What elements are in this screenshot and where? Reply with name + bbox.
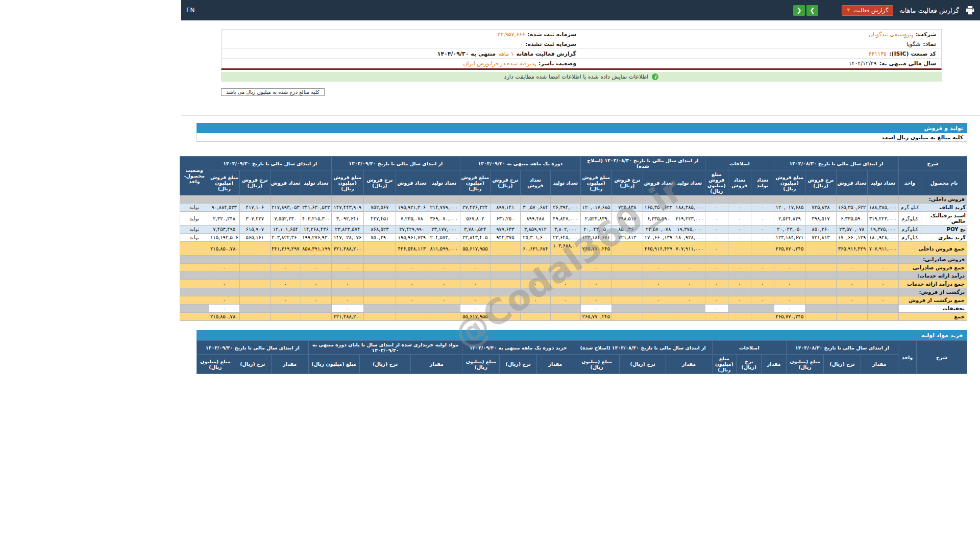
table-cell: ۰	[580, 305, 611, 313]
table-cell	[705, 272, 728, 280]
column-header: نرخ فروش (ریال)	[490, 170, 520, 195]
column-header: تعداد فروش	[520, 170, 550, 195]
table-cell: ۰	[751, 280, 774, 288]
table-cell: ۷۰۷,۹۱۱,۰۰۰	[867, 242, 898, 256]
table-cell: ۱۹,۳۷۵,۰۰۰	[867, 226, 898, 234]
top-bar: گزارش فعالیت ماهانه گزارش فعالیت ▼ ❯ ❮ E…	[181, 0, 980, 20]
table-cell: ۰	[774, 296, 805, 305]
table-cell	[363, 264, 396, 272]
column-header: واحد	[898, 341, 916, 374]
column-header: مبلغ فروش (میلیون ریال)	[209, 170, 239, 195]
table-cell: ۸۵۰,۳۶۰	[805, 226, 836, 234]
info-text: شرکت:	[916, 31, 936, 38]
table-cell: ۰	[460, 296, 490, 305]
table-cell: ۴۰۳,۲۱۵,۳۰۰	[301, 212, 331, 226]
table-cell	[209, 195, 239, 204]
table-cell	[705, 288, 728, 296]
language-toggle[interactable]: EN	[186, 7, 195, 14]
table-cell: ۱۷۰,۶۶۰,۱۳۹	[643, 234, 674, 242]
table-cell: ۹۷۹,۶۳۳	[490, 226, 520, 234]
table-cell	[180, 242, 209, 256]
table-cell	[550, 256, 580, 264]
table-cell: ۱۴۷,۴۴۳,۹۰۹	[331, 204, 363, 212]
table-cell	[180, 296, 209, 305]
table-cell	[490, 313, 520, 321]
table-cell	[460, 195, 490, 204]
info-text: پذیرفته شده در فرابورس ایران	[463, 60, 536, 67]
table-cell	[428, 305, 460, 313]
table-cell: ۲۳,۵۷۰,۰۷۸	[643, 226, 674, 234]
column-header: مبلغ (میلیون ریال)	[462, 355, 500, 374]
report-icon[interactable]	[965, 6, 975, 15]
table-cell: ۸۵۰,۳۶۰	[611, 226, 643, 234]
table-cell	[611, 296, 643, 305]
info-text: ۱ ماهه	[498, 51, 513, 57]
table-cell: ۱۲۰,۰۱۷,۶۸۵	[774, 204, 805, 212]
table-cell: ۰	[728, 296, 751, 305]
table-cell: ۱۲۳,۱۸۴,۶۷۱	[580, 234, 611, 242]
table-cell: ۰	[751, 212, 774, 226]
table-cell	[580, 272, 611, 280]
table-cell: ۰	[209, 296, 239, 305]
column-header: مقدار	[537, 355, 574, 374]
table-cell: ۰	[867, 280, 898, 288]
table-cell: ۰	[520, 296, 550, 305]
table-cell: ۱۸۸,۳۸۵,۰۰۰	[867, 204, 898, 212]
table-cell	[774, 195, 805, 204]
table-cell: ۰	[705, 313, 728, 321]
table-cell	[805, 280, 836, 288]
column-header: نرخ (ریال)	[234, 355, 271, 374]
table-cell	[674, 313, 705, 321]
table-cell: ۰	[674, 280, 705, 288]
column-header: از ابتدای سال مالی تا تاریخ ۱۴۰۴/۰۸/۳۰ (…	[574, 341, 712, 355]
table-cell	[180, 313, 209, 321]
table-cell	[396, 313, 428, 321]
column-header: تعداد فروش	[643, 170, 674, 195]
table-cell: ۳۰۷,۲۲۷	[239, 212, 270, 226]
table-cell: ۲۰۴,۵۷۳,۰۰۰	[428, 234, 460, 242]
table-cell: ۰	[751, 226, 774, 234]
column-header: نرخ (ریال)	[620, 355, 666, 374]
table-cell: ۰	[520, 280, 550, 288]
table-cell: ۰	[728, 212, 751, 226]
table-cell: ۰	[836, 280, 867, 288]
column-header: تعداد فروش	[728, 170, 751, 195]
table-cell	[550, 313, 580, 321]
report-type-button[interactable]: گزارش فعالیت ▼	[842, 5, 893, 16]
table-cell	[805, 288, 836, 296]
table-cell: ۰	[836, 296, 867, 305]
previous-period-button[interactable]: ❮	[793, 5, 805, 16]
table-cell	[751, 242, 774, 256]
table-cell	[580, 256, 611, 264]
table-cell: ۰	[705, 204, 728, 212]
table-cell	[301, 313, 331, 321]
table-cell: ۰	[728, 280, 751, 288]
table-cell: ۰	[728, 264, 751, 272]
column-header: مبلغ فروش (میلیون ریال)	[774, 170, 805, 195]
table-cell	[301, 305, 331, 313]
table-row: فروش داخلی:	[180, 195, 967, 204]
table-cell: ۵۶۷,۸۰۲	[460, 212, 490, 226]
next-period-button[interactable]: ❯	[806, 5, 818, 16]
table-cell	[239, 305, 270, 313]
info-row: سال مالی منتهی به:۱۴۰۴/۱۲/۲۹وضعیت ناشر:پ…	[222, 59, 941, 68]
info-left-cell: گزارش فعالیت ماهانه۱ ماههمنتهی به ۱۴۰۴/۰…	[222, 50, 581, 58]
table-cell: ۰	[705, 234, 728, 242]
table-cell	[396, 305, 428, 313]
table-cell	[643, 305, 674, 313]
table-cell	[774, 272, 805, 280]
table-cell: ۱۴۷,۰۲۸,۰۷۶	[331, 234, 363, 242]
table-cell: ۲۱۵,۸۵۰,۷۸۰	[209, 242, 239, 256]
table-cell: ۹۰,۸۸۴,۵۳۳	[209, 204, 239, 212]
table-cell	[867, 195, 898, 204]
table-cell	[728, 288, 751, 296]
table-cell: ۲۵,۳۰۱,۶۰۰	[520, 234, 550, 242]
column-header: تعداد فروش	[396, 170, 428, 195]
table-cell	[728, 305, 751, 313]
table-cell	[270, 256, 301, 264]
printer-icon	[965, 6, 975, 15]
info-text: پتروشیمی تندگویان	[869, 31, 913, 38]
table-cell: ۵۵,۶۱۷,۹۵۵	[460, 313, 490, 321]
table-cell: کیلو گرم	[898, 204, 921, 212]
section-bar-raw-materials: خرید مواد اولیه	[197, 330, 967, 340]
